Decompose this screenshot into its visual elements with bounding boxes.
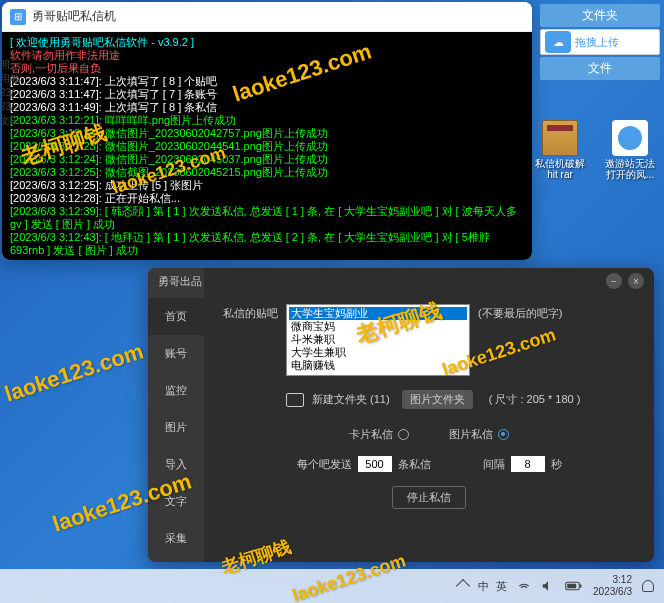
interval-input[interactable]	[511, 456, 545, 472]
tieba-hint: (不要最后的吧字)	[478, 304, 562, 321]
file-header: 文件	[540, 57, 660, 80]
svg-rect-2	[580, 585, 582, 588]
send-count-input[interactable]	[358, 456, 392, 472]
radio-card-label: 卡片私信	[349, 427, 393, 442]
globe-label: 遨游站无法打开的凤...	[604, 158, 656, 180]
desktop-icons: 私信机破解 hit rar 遨游站无法打开的凤...	[534, 120, 656, 180]
volume-icon[interactable]	[541, 579, 555, 593]
clock[interactable]: 3:12 2023/6/3	[593, 574, 632, 598]
size-hint: ( 尺寸 : 205 * 180 )	[489, 392, 581, 407]
background-text: 明用教23/23/文E	[0, 58, 20, 128]
console-line: [2023/6/3 3:12:23]: 微信图片_20230602044541.…	[10, 140, 524, 153]
console-line: [2023/6/3 3:12:21]: 咩咩咩咩.png图片上传成功	[10, 114, 524, 127]
desktop-icon-globe[interactable]: 遨游站无法打开的凤...	[604, 120, 656, 180]
sidebar-item[interactable]: 设置	[148, 557, 204, 562]
battery-icon[interactable]	[565, 579, 583, 593]
settings-titlebar[interactable]: 勇哥出品 − ×	[148, 268, 654, 294]
console-line: 否则,一切后果自负	[10, 62, 524, 75]
tieba-label: 私信的贴吧	[218, 304, 286, 321]
taskbar[interactable]: 中 英 3:12 2023/6/3	[0, 569, 664, 603]
list-item[interactable]: 大学生兼职	[289, 346, 467, 359]
console-line: [ 欢迎使用勇哥贴吧私信软件 - v3.9.2 ]	[10, 36, 524, 49]
console-line: [2023/6/3 3:12:24]: 微信图片_20230602045037.…	[10, 153, 524, 166]
console-body: [ 欢迎使用勇哥贴吧私信软件 - v3.9.2 ]软件请勿用作非法用途否则,一切…	[2, 32, 532, 260]
minimize-button[interactable]: −	[606, 273, 622, 289]
sidebar-item[interactable]: 采集	[148, 520, 204, 557]
radio-icon	[398, 429, 409, 440]
svg-rect-1	[567, 584, 576, 589]
sidebar-item[interactable]: 文字	[148, 483, 204, 520]
sidebar-item[interactable]: 图片	[148, 409, 204, 446]
radio-pic-label: 图片私信	[449, 427, 493, 442]
list-item[interactable]: 电脑赚钱	[289, 359, 467, 372]
interval-suffix: 秒	[551, 457, 562, 472]
folder-icon	[286, 393, 304, 407]
rar-icon	[542, 120, 578, 156]
list-item[interactable]: 微商宝妈	[289, 320, 467, 333]
ime-indicator[interactable]: 中 英	[478, 579, 507, 594]
desktop-icon-rar[interactable]: 私信机破解 hit rar	[534, 120, 586, 180]
list-item[interactable]: 斗米兼职	[289, 333, 467, 346]
watermark: laoke123.com	[2, 338, 147, 407]
list-item[interactable]: 大学生宝妈副业	[289, 307, 467, 320]
upload-label: 拖拽上传	[575, 35, 619, 50]
stop-button[interactable]: 停止私信	[392, 486, 466, 509]
app-icon: ⊞	[10, 9, 26, 25]
pic-folder-button[interactable]: 图片文件夹	[402, 390, 473, 409]
settings-sidebar: 首页账号监控图片导入文字采集设置	[148, 268, 204, 562]
console-line: [2023/6/3 3:11:47]: 上次填写了 [ 7 ] 条账号	[10, 88, 524, 101]
folder-panel: 文件夹 ☁ 拖拽上传 文件	[540, 4, 660, 80]
radio-icon	[498, 429, 509, 440]
globe-icon	[612, 120, 648, 156]
cloud-icon: ☁	[545, 31, 571, 53]
send-prefix: 每个吧发送	[297, 457, 352, 472]
sidebar-item[interactable]: 监控	[148, 372, 204, 409]
sidebar-item[interactable]: 账号	[148, 335, 204, 372]
console-line: [2023/6/3 3:11:47]: 上次填写了 [ 8 ] 个贴吧	[10, 75, 524, 88]
upload-row[interactable]: ☁ 拖拽上传	[540, 29, 660, 55]
interval-label: 间隔	[483, 457, 505, 472]
tieba-list[interactable]: 大学生宝妈副业微商宝妈斗米兼职大学生兼职电脑赚钱	[286, 304, 470, 376]
console-window: ⊞ 勇哥贴吧私信机 [ 欢迎使用勇哥贴吧私信软件 - v3.9.2 ]软件请勿用…	[2, 2, 532, 260]
console-titlebar[interactable]: ⊞ 勇哥贴吧私信机	[2, 2, 532, 32]
settings-window: 勇哥出品 − × 首页账号监控图片导入文字采集设置 私信的贴吧 大学生宝妈副业微…	[148, 268, 654, 562]
sidebar-item[interactable]: 导入	[148, 446, 204, 483]
console-line: [2023/6/3 3:11:49]: 上次填写了 [ 8 ] 条私信	[10, 101, 524, 114]
wifi-icon[interactable]	[517, 579, 531, 593]
radio-pic[interactable]: 图片私信	[449, 427, 509, 442]
close-button[interactable]: ×	[628, 273, 644, 289]
console-line: [2023/6/3 3:12:39]: [ 韩忞頣 ] 第 [ 1 ] 次发送私…	[10, 205, 524, 231]
folder-name: 新建文件夹 (11)	[312, 392, 390, 407]
settings-main: 私信的贴吧 大学生宝妈副业微商宝妈斗米兼职大学生兼职电脑赚钱 (不要最后的吧字)…	[204, 268, 654, 562]
notification-icon[interactable]	[642, 580, 654, 592]
chevron-up-icon[interactable]	[456, 579, 470, 593]
console-line: [2023/6/3 3:12:28]: 正在开始私信...	[10, 192, 524, 205]
console-title: 勇哥贴吧私信机	[32, 8, 116, 25]
settings-title: 勇哥出品	[158, 274, 202, 289]
rar-label: 私信机破解 hit rar	[534, 158, 586, 180]
sidebar-item[interactable]: 首页	[148, 298, 204, 335]
console-line: [2023/6/3 3:12:25]: 成功上传 [5 ] 张图片	[10, 179, 524, 192]
folder-header: 文件夹	[540, 4, 660, 27]
send-suffix: 条私信	[398, 457, 431, 472]
console-line: [2023/6/3 3:12:25]: 微信截图_20230602045215.…	[10, 166, 524, 179]
console-line: [2023/6/3 3:12:43]: [ 地拜迈 ] 第 [ 1 ] 次发送私…	[10, 231, 524, 257]
radio-card[interactable]: 卡片私信	[349, 427, 409, 442]
console-line: 软件请勿用作非法用途	[10, 49, 524, 62]
console-line: [2023/6/3 3:12:22]: 微信图片_20230602042757.…	[10, 127, 524, 140]
